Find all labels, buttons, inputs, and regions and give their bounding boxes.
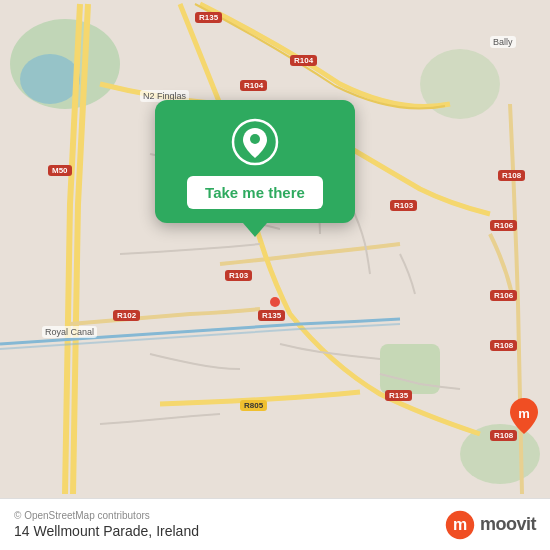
road-badge-r135-btm: R135 (385, 390, 412, 401)
road-badge-r108-1: R108 (498, 170, 525, 181)
map-background (0, 0, 550, 498)
road-label-royal-canal: Royal Canal (42, 326, 97, 338)
moovit-logo-icon: m (444, 509, 476, 541)
road-badge-r103-1: R103 (390, 200, 417, 211)
road-badge-r106-1: R106 (490, 220, 517, 231)
svg-point-2 (20, 54, 80, 104)
road-badge-m50: M50 (48, 165, 72, 176)
location-pin-icon (231, 118, 279, 166)
moovit-map-pin: m (510, 398, 538, 438)
moovit-text: moovit (480, 514, 536, 535)
road-badge-r805: R805 (240, 400, 267, 411)
svg-point-8 (250, 134, 260, 144)
app: R135 R104 R104 N2 Finglas M50 R103 R108 … (0, 0, 550, 550)
moovit-logo: m moovit (444, 509, 536, 541)
road-badge-r135-top: R135 (195, 12, 222, 23)
road-badge-r102: R102 (113, 310, 140, 321)
road-badge-r104-1: R104 (290, 55, 317, 66)
road-badge-r135-mid: R135 (258, 310, 285, 321)
location-name: 14 Wellmount Parade, Ireland (14, 523, 199, 539)
svg-point-6 (270, 297, 280, 307)
road-badge-r104-2: R104 (240, 80, 267, 91)
bottom-bar: © OpenStreetMap contributors 14 Wellmoun… (0, 498, 550, 550)
popup-card: Take me there (155, 100, 355, 223)
road-badge-r108-2: R108 (490, 340, 517, 351)
road-label-bally: Bally (490, 36, 516, 48)
map-area[interactable]: R135 R104 R104 N2 Finglas M50 R103 R108 … (0, 0, 550, 498)
svg-text:m: m (453, 516, 467, 533)
osm-credit: © OpenStreetMap contributors (14, 510, 199, 521)
bottom-left: © OpenStreetMap contributors 14 Wellmoun… (14, 510, 199, 539)
take-me-there-button[interactable]: Take me there (187, 176, 323, 209)
road-badge-r103-2: R103 (225, 270, 252, 281)
road-badge-r106-2: R106 (490, 290, 517, 301)
svg-text:m: m (518, 406, 530, 421)
